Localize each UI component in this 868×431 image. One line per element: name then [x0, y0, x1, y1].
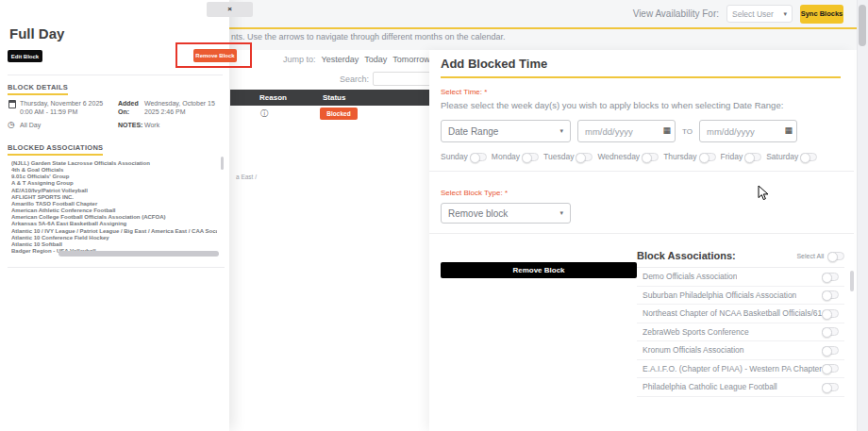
chevron-down-icon: ▾: [559, 209, 563, 217]
blocked-association-item: A & T Assigning Group: [11, 180, 217, 187]
weekday-toggle[interactable]: Wednesday: [597, 152, 659, 161]
weekday-toggle[interactable]: Tuesday: [543, 152, 593, 161]
full-day-modal: × Full Day Edit Block Remove Block BLOCK…: [0, 0, 229, 431]
toggle-switch[interactable]: [800, 153, 817, 161]
column-status: Status: [323, 93, 345, 102]
block-duration: All Day: [20, 122, 41, 128]
search-input[interactable]: [373, 72, 437, 86]
remove-block-button[interactable]: Remove Block: [193, 49, 237, 62]
jump-today-link[interactable]: Today: [364, 55, 387, 64]
association-label: Philadelphia Catholic League Football: [643, 382, 777, 391]
app-window: View Availability For: Select User ▾ Syn…: [0, 0, 868, 431]
toggle-switch[interactable]: [642, 153, 659, 161]
association-label: ZebraWeb Sports Conference: [643, 327, 749, 337]
divider: [429, 171, 854, 172]
panel-title: Add Blocked Time: [441, 57, 841, 78]
block-type-select[interactable]: Remove block ▾: [441, 203, 571, 224]
blocked-association-item: American Athletic Conference Football: [11, 207, 217, 214]
association-row: Philadelphia Catholic League Football: [637, 378, 844, 397]
added-on-value: Wednesday, October 15 2025 2:46 PM: [144, 99, 220, 116]
toggle-switch[interactable]: [822, 327, 839, 336]
list-scrollbar-thumb[interactable]: [221, 157, 224, 170]
weekday-label: Wednesday: [597, 152, 640, 161]
sync-blocks-button[interactable]: Sync Blocks: [800, 5, 843, 24]
select-user-dropdown[interactable]: Select User ▾: [726, 5, 793, 23]
edit-block-button[interactable]: Edit Block: [8, 50, 42, 62]
remove-block-submit-button[interactable]: Remove Block: [441, 262, 637, 278]
association-row: Kronum Officials Association: [637, 341, 844, 360]
blocked-association-item: Arkansas 5A-6A East Basketball Assigning: [11, 221, 217, 227]
select-all-toggle[interactable]: [827, 252, 844, 260]
toggle-switch[interactable]: [822, 273, 839, 281]
blocked-association-item: American College Football Officials Asso…: [11, 214, 217, 221]
blocked-association-item: Atlantic 10 Softball: [11, 241, 217, 248]
blocked-association-item: AE/A10/Ivy/Patriot Volleyball: [11, 188, 217, 194]
column-reason: Reason: [259, 93, 323, 102]
blocked-association-item: Atlantic 10 / IVY League / Patriot Leagu…: [11, 228, 217, 235]
divider: [8, 75, 223, 75]
toggle-switch[interactable]: [576, 153, 593, 161]
select-all-control[interactable]: Select All: [796, 252, 844, 260]
block-associations-list: Demo Officials Association Suburban Phil…: [637, 267, 844, 397]
toggle-switch[interactable]: [822, 309, 839, 318]
toggle-switch[interactable]: [822, 364, 839, 373]
block-details-heading: BLOCK DETAILS: [8, 83, 68, 95]
jump-yesterday-link[interactable]: Yesterday: [322, 55, 359, 64]
close-icon[interactable]: ×: [207, 2, 253, 17]
jump-tomorrow-link[interactable]: Tomorrow: [392, 55, 430, 64]
weekday-toggle[interactable]: Monday: [492, 152, 539, 161]
toggle-switch[interactable]: [822, 346, 839, 355]
association-label: Kronum Officials Association: [643, 345, 744, 355]
association-row: Suburban Philadelphia Officials Associat…: [637, 287, 844, 306]
date-from-input[interactable]: [577, 120, 676, 142]
blocked-association-item: AFLIGHT SPORTS INC.: [11, 194, 217, 201]
clock-icon: ◷: [8, 121, 15, 129]
list-scrollbar-thumb[interactable]: [850, 271, 854, 291]
toggle-switch[interactable]: [522, 153, 539, 161]
weekday-toggle[interactable]: Thursday: [663, 152, 715, 161]
add-blocked-time-panel: Add Blocked Time Select Time: * Please s…: [429, 50, 854, 431]
added-on-label: Added On:: [118, 99, 142, 116]
date-to-field: ▦: [699, 120, 797, 142]
toggle-switch[interactable]: [744, 153, 761, 161]
select-time-required-label: Select Time: *: [441, 88, 841, 96]
submit-column: Remove Block: [441, 250, 637, 397]
info-icon[interactable]: ⓘ: [260, 108, 268, 119]
calendar-icon[interactable]: ▦: [662, 126, 671, 135]
blocked-status-button[interactable]: Blocked: [320, 108, 358, 120]
block-type-value: Remove block: [448, 208, 508, 219]
weekday-label: Tuesday: [543, 152, 574, 161]
page-scrollbar-thumb[interactable]: [859, 5, 866, 46]
modal-title: Full Day: [9, 25, 64, 41]
weekday-toggle[interactable]: Sunday: [441, 152, 487, 161]
calendar-icon[interactable]: ▦: [784, 126, 793, 135]
association-row: Demo Officials Association: [637, 268, 844, 287]
association-row: Northeast Chapter of NCAA Basketball Off…: [637, 305, 844, 323]
association-row: ZebraWeb Sports Conference: [637, 323, 844, 342]
weekday-label: Monday: [492, 152, 520, 161]
toggle-switch[interactable]: [699, 153, 716, 161]
toggle-switch[interactable]: [470, 153, 487, 161]
jump-to-row: Jump to: Yesterday Today Tomorrow: [283, 55, 430, 64]
date-range-select[interactable]: Date Range ▾: [441, 120, 571, 142]
association-label: Northeast Chapter of NCAA Basketball Off…: [643, 308, 822, 318]
weekday-toggle[interactable]: Friday: [721, 152, 762, 161]
blocked-association-item: 9.01c Officials' Group: [11, 174, 217, 180]
date-to-input[interactable]: [699, 120, 797, 142]
page-scrollbar[interactable]: [857, 0, 868, 431]
block-associations-header: Block Associations: Select All: [637, 250, 844, 261]
toggle-switch[interactable]: [822, 383, 839, 391]
association-label: Demo Officials Association: [643, 272, 737, 281]
association-label: Suburban Philadelphia Officials Associat…: [643, 290, 796, 300]
weekday-label: Sunday: [441, 152, 468, 161]
blocked-associations-list[interactable]: (NJLL) Garden State Lacrosse Officials A…: [8, 155, 225, 260]
toggle-switch[interactable]: [822, 290, 839, 299]
horizontal-scrollbar-thumb[interactable]: [58, 251, 219, 257]
notes-label: NOTES:: [118, 122, 142, 128]
block-date-range: Thursday, November 6 2025 0:00 AM - 11:5…: [20, 99, 116, 116]
select-block-type-required-label: Select Block Type: *: [441, 189, 841, 197]
select-all-label: Select All: [796, 253, 824, 259]
blocked-association-item: Atlantic 10 Conference Field Hockey: [11, 235, 217, 241]
divider: [8, 267, 225, 268]
weekday-toggle[interactable]: Saturday: [766, 152, 817, 161]
